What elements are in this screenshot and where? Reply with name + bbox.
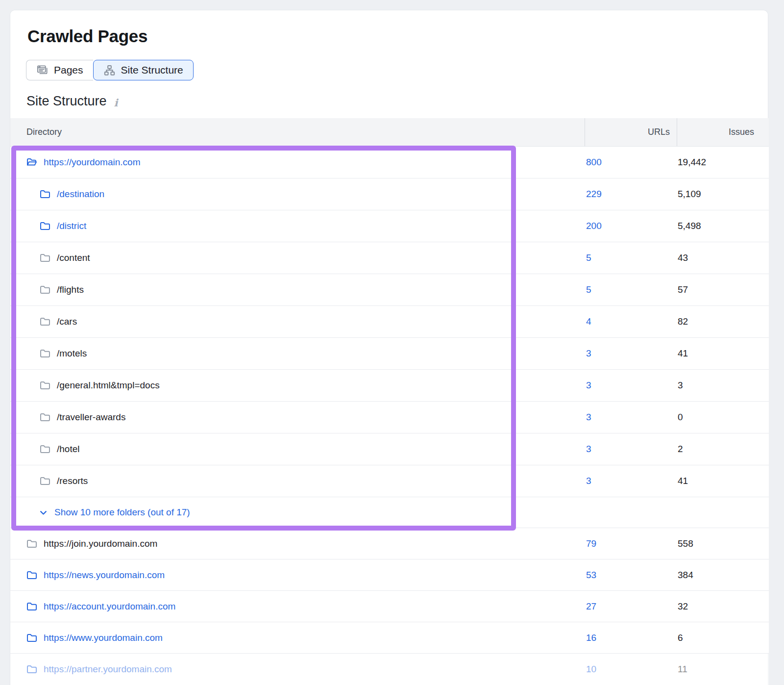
directory-label[interactable]: /flights bbox=[57, 284, 84, 295]
section-heading: Site Structure i bbox=[26, 94, 118, 109]
directory-label[interactable]: https://partner.yourdomain.com bbox=[44, 664, 172, 675]
directory-cell[interactable]: /resorts bbox=[10, 476, 585, 486]
directory-label[interactable]: /general.html&tmpl=docs bbox=[57, 380, 160, 391]
info-icon[interactable]: i bbox=[114, 94, 118, 109]
directory-label[interactable]: /resorts bbox=[57, 476, 88, 486]
site-structure-tab[interactable]: Site Structure bbox=[93, 60, 194, 80]
directory-cell[interactable]: /flights bbox=[10, 284, 585, 295]
issues-count: 19,442 bbox=[677, 157, 769, 168]
directory-label[interactable]: https://www.yourdomain.com bbox=[44, 633, 163, 643]
folder-icon bbox=[40, 349, 50, 358]
urls-count-link[interactable]: 4 bbox=[585, 316, 677, 327]
directory-label[interactable]: https://join.yourdomain.com bbox=[44, 538, 157, 549]
table-row: https://join.yourdomain.com 79 558 bbox=[10, 528, 769, 559]
directory-cell[interactable]: /traveller-awards bbox=[10, 412, 585, 423]
directory-cell[interactable]: https://partner.yourdomain.com bbox=[10, 664, 585, 675]
folder-icon bbox=[40, 285, 50, 295]
directory-cell[interactable]: /destination bbox=[10, 189, 585, 200]
folder-icon bbox=[40, 412, 50, 422]
table-row: https://news.yourdomain.com 53 384 bbox=[10, 559, 769, 591]
view-toggle: Pages Site Structure bbox=[26, 60, 194, 80]
urls-count-link[interactable]: 5 bbox=[585, 253, 677, 263]
show-more-label: Show 10 more folders (out of 17) bbox=[54, 507, 190, 518]
directory-cell[interactable]: https://join.yourdomain.com bbox=[10, 538, 585, 549]
folder-open-icon bbox=[26, 157, 37, 167]
urls-count-link[interactable]: 229 bbox=[585, 189, 677, 200]
urls-count-link[interactable]: 79 bbox=[585, 538, 677, 549]
folder-icon bbox=[40, 444, 50, 454]
chevron-down-icon bbox=[39, 508, 48, 517]
issues-count: 384 bbox=[677, 570, 769, 581]
show-more-folders-link[interactable]: Show 10 more folders (out of 17) bbox=[10, 497, 769, 528]
directory-label[interactable]: /destination bbox=[57, 189, 104, 200]
issues-count: 57 bbox=[677, 284, 769, 295]
site-structure-table: Directory URLs Issues https://yourdomain… bbox=[10, 118, 769, 685]
issues-count: 3 bbox=[677, 380, 769, 391]
urls-count-link[interactable]: 3 bbox=[585, 348, 677, 359]
table-row: https://partner.yourdomain.com 10 11 bbox=[10, 654, 769, 685]
directory-label[interactable]: https://account.yourdomain.com bbox=[44, 601, 175, 612]
table-row: /motels 3 41 bbox=[10, 338, 769, 370]
directory-label[interactable]: /motels bbox=[57, 348, 87, 359]
directory-label[interactable]: /traveller-awards bbox=[57, 412, 125, 423]
directory-cell[interactable]: /hotel bbox=[10, 444, 585, 455]
table-row: https://account.yourdomain.com 27 32 bbox=[10, 591, 769, 622]
urls-count-link[interactable]: 800 bbox=[585, 157, 677, 168]
directory-cell[interactable]: https://news.yourdomain.com bbox=[10, 570, 585, 581]
folder-icon bbox=[40, 221, 50, 231]
domain-rows-group: https://join.yourdomain.com 79 558 https… bbox=[10, 528, 769, 685]
directory-cell[interactable]: https://account.yourdomain.com bbox=[10, 601, 585, 612]
table-header: Directory URLs Issues bbox=[10, 118, 769, 147]
folder-icon bbox=[26, 664, 37, 674]
page-title: Crawled Pages bbox=[27, 26, 147, 46]
urls-count-link[interactable]: 3 bbox=[585, 476, 677, 486]
table-row: /general.html&tmpl=docs 3 3 bbox=[10, 370, 769, 402]
table-row: /resorts 3 41 bbox=[10, 465, 769, 497]
pages-icon bbox=[36, 64, 49, 76]
issues-count: 32 bbox=[677, 601, 769, 612]
folder-icon bbox=[26, 633, 37, 643]
directory-cell[interactable]: /content bbox=[10, 253, 585, 263]
directory-cell[interactable]: /motels bbox=[10, 348, 585, 359]
folder-icon bbox=[40, 253, 50, 263]
directory-label[interactable]: /district bbox=[57, 221, 86, 231]
urls-count-link[interactable]: 16 bbox=[585, 633, 677, 643]
issues-count: 41 bbox=[677, 476, 769, 486]
section-heading-text: Site Structure bbox=[26, 94, 107, 109]
urls-count-link[interactable]: 53 bbox=[585, 570, 677, 581]
issues-count: 43 bbox=[677, 253, 769, 263]
pages-tab-label: Pages bbox=[54, 64, 83, 76]
table-row: /content 5 43 bbox=[10, 242, 769, 274]
directory-label[interactable]: /content bbox=[57, 253, 90, 263]
directory-label[interactable]: /cars bbox=[57, 316, 77, 327]
urls-count-link[interactable]: 27 bbox=[585, 601, 677, 612]
directory-cell[interactable]: https://yourdomain.com bbox=[10, 157, 585, 168]
urls-count-link[interactable]: 3 bbox=[585, 380, 677, 391]
site-structure-tab-label: Site Structure bbox=[121, 64, 183, 76]
directory-label[interactable]: https://yourdomain.com bbox=[44, 157, 140, 168]
table-row: /district 200 5,498 bbox=[10, 210, 769, 242]
directory-cell[interactable]: /general.html&tmpl=docs bbox=[10, 380, 585, 391]
urls-count-link[interactable]: 200 bbox=[585, 221, 677, 231]
folder-icon bbox=[26, 539, 37, 549]
issues-count: 11 bbox=[677, 664, 769, 675]
table-row: /cars 4 82 bbox=[10, 306, 769, 338]
directory-cell[interactable]: https://www.yourdomain.com bbox=[10, 633, 585, 643]
directory-label[interactable]: https://news.yourdomain.com bbox=[44, 570, 165, 581]
column-header-issues[interactable]: Issues bbox=[677, 118, 769, 146]
urls-count-link[interactable]: 3 bbox=[585, 412, 677, 423]
pages-tab[interactable]: Pages bbox=[26, 60, 93, 80]
issues-count: 41 bbox=[677, 348, 769, 359]
folder-rows-group: https://yourdomain.com 800 19,442 /desti… bbox=[10, 147, 769, 497]
folder-icon bbox=[40, 381, 50, 390]
column-header-directory[interactable]: Directory bbox=[10, 118, 585, 146]
urls-count-link[interactable]: 5 bbox=[585, 284, 677, 295]
directory-cell[interactable]: /cars bbox=[10, 316, 585, 327]
urls-count-link[interactable]: 10 bbox=[585, 664, 677, 675]
table-row: /traveller-awards 3 0 bbox=[10, 402, 769, 433]
table-row: https://www.yourdomain.com 16 6 bbox=[10, 622, 769, 654]
directory-cell[interactable]: /district bbox=[10, 221, 585, 231]
column-header-urls[interactable]: URLs bbox=[585, 118, 677, 146]
urls-count-link[interactable]: 3 bbox=[585, 444, 677, 455]
directory-label[interactable]: /hotel bbox=[57, 444, 79, 455]
